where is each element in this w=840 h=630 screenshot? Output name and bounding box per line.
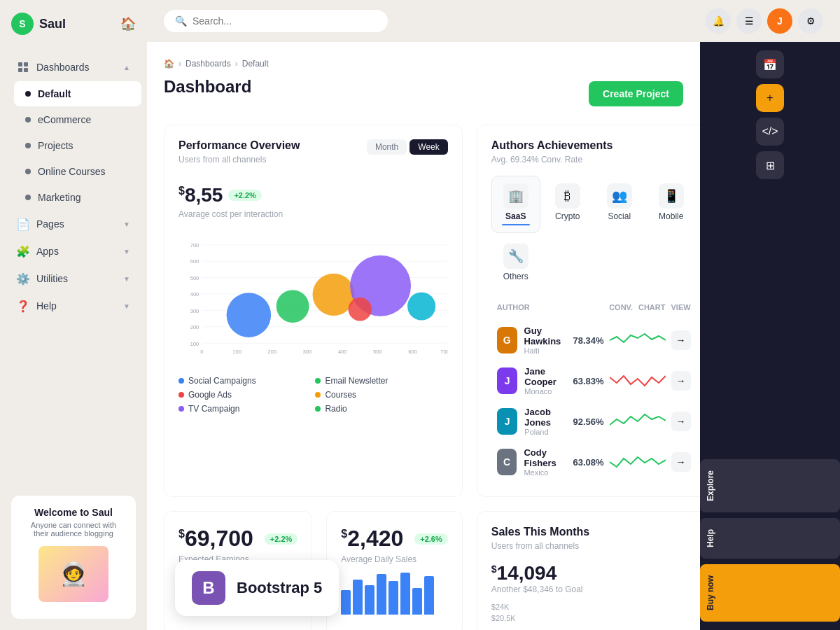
svg-text:200: 200 — [190, 324, 200, 330]
tab-mobile[interactable]: 📱 Mobile — [647, 176, 696, 233]
tab-social[interactable]: 👥 Social — [595, 176, 644, 233]
price-label: Avarage cost per interaction — [178, 209, 448, 219]
svg-rect-1 — [24, 62, 28, 66]
tab-underline-saas — [502, 224, 530, 225]
bubble-radio — [407, 292, 435, 320]
sidebar-item-default-label: Default — [38, 88, 71, 99]
calendar-icon[interactable]: 📅 — [756, 50, 784, 78]
utilities-icon: ⚙️ — [17, 272, 29, 285]
breadcrumb-sep-2: › — [235, 59, 238, 69]
settings-icon[interactable]: ⚙ — [798, 8, 823, 34]
plus-icon[interactable]: + — [756, 84, 784, 112]
author-country-2: Monaco — [524, 387, 567, 396]
welcome-title: Welcome to Saul — [22, 507, 125, 518]
sidebar-item-dashboards[interactable]: Dashboards ▲ — [6, 54, 141, 80]
svg-text:500: 500 — [373, 349, 382, 355]
bar-5 — [388, 581, 398, 615]
apps-icon: 🧩 — [17, 245, 29, 258]
col-author: AUTHOR — [497, 303, 603, 312]
buy-now-button[interactable]: Buy now — [700, 564, 840, 622]
sidebar-item-online-courses[interactable]: Online Courses — [14, 159, 141, 184]
sidebar-item-marketing[interactable]: Marketing — [14, 185, 141, 210]
chevron-down-apps-icon: ▼ — [123, 248, 130, 255]
search-box[interactable]: 🔍 — [164, 10, 388, 32]
help-button[interactable]: Help — [700, 518, 840, 559]
sidebar-footer: Welcome to Saul Anyone can connect with … — [0, 484, 147, 630]
tab-saas[interactable]: 🏢 SaaS — [491, 176, 540, 233]
sidebar-item-apps[interactable]: 🧩 Apps ▼ — [6, 238, 141, 265]
view-btn-4[interactable]: → — [671, 452, 691, 472]
sales-title: Sales This Months — [491, 526, 696, 538]
legend-radio-label: Radio — [325, 404, 346, 414]
sidebar-item-help[interactable]: ❓ Help ▼ — [6, 293, 141, 319]
col-conv: CONV. — [609, 303, 633, 312]
legend-google: Google Ads — [178, 390, 311, 400]
svg-text:400: 400 — [190, 291, 200, 298]
week-toggle-button[interactable]: Week — [410, 139, 447, 155]
sidebar-item-projects[interactable]: Projects — [14, 133, 141, 158]
search-input[interactable] — [192, 15, 377, 27]
sidebar-item-utilities-label: Utilities — [36, 273, 68, 284]
view-btn-3[interactable]: → — [671, 412, 691, 431]
author-name-4: Cody Fishers — [524, 447, 567, 468]
sidebar-item-ecommerce[interactable]: eCommerce — [14, 107, 141, 132]
performance-subtitle: Users from all channels — [178, 155, 300, 164]
sidebar-item-pages[interactable]: 📄 Pages ▼ — [6, 211, 141, 237]
breadcrumb-dashboards[interactable]: Dashboards — [186, 59, 231, 69]
legend-tv: TV Campaign — [178, 404, 311, 414]
month-toggle-button[interactable]: Month — [367, 139, 407, 155]
sales-card: Sales This Months Users from all channel… — [477, 511, 700, 630]
home-icon: 🏠 — [164, 59, 174, 69]
breadcrumb: 🏠 › Dashboards › Default — [164, 59, 683, 69]
performance-title: Performance Overview — [178, 139, 300, 152]
tab-crypto-label: Crypto — [555, 211, 580, 221]
legend-courses-label: Courses — [325, 390, 356, 400]
create-project-button[interactable]: Create Project — [589, 81, 683, 106]
menu-icon[interactable]: ☰ — [736, 8, 762, 34]
tab-others-label: Others — [503, 272, 528, 281]
daily-bar-chart — [341, 573, 447, 615]
conv-rate-2: 63.83% — [573, 376, 604, 386]
sidebar-item-marketing-label: Marketing — [38, 192, 80, 203]
tab-others[interactable]: 🔧 Others — [491, 236, 540, 289]
bubble-email — [276, 290, 309, 323]
daily-badge: +2.6% — [414, 533, 448, 545]
bar-3 — [365, 585, 374, 615]
view-btn-2[interactable]: → — [671, 371, 691, 391]
author-avatar-1: G — [497, 327, 517, 354]
search-icon: 🔍 — [175, 15, 187, 27]
tab-social-label: Social — [608, 211, 631, 221]
author-info-3: J Jacob Jones Poland — [497, 407, 568, 436]
chevron-down-pages-icon: ▼ — [123, 220, 130, 228]
sidebar: S Saul 🏠 Dashboards ▲ Default — [0, 0, 147, 630]
view-btn-1[interactable]: → — [671, 330, 691, 350]
sidebar-item-utilities[interactable]: ⚙️ Utilities ▼ — [6, 265, 141, 292]
welcome-subtitle: Anyone can connect with their audience b… — [22, 521, 125, 538]
authors-title: Authors Achievements — [491, 139, 696, 152]
breadcrumb-sep-1: › — [178, 59, 181, 69]
explore-button[interactable]: Explore — [700, 459, 840, 512]
tab-crypto[interactable]: ₿ Crypto — [543, 176, 592, 233]
chart-legend: Social Campaigns Email Newsletter Google… — [178, 376, 448, 414]
pages-icon: 📄 — [17, 218, 29, 230]
main: 🔍 🔔 ☰ J ⚙ 🏠 › Dashboards › Default Das — [147, 0, 840, 630]
sidebar-item-default[interactable]: Default — [14, 81, 141, 106]
mini-chart-3 — [610, 411, 666, 432]
notification-icon[interactable]: 🔔 — [706, 8, 731, 34]
svg-text:500: 500 — [190, 275, 200, 281]
grid-right-icon[interactable]: ⊞ — [756, 151, 784, 179]
period-toggle: Month Week — [367, 139, 448, 155]
daily-label: Average Daily Sales — [341, 554, 447, 564]
author-country-4: Mexico — [524, 468, 567, 477]
svg-text:600: 600 — [190, 258, 200, 265]
author-info-4: C Cody Fishers Mexico — [497, 447, 568, 477]
code-icon[interactable]: </> — [756, 118, 784, 146]
bubble-chart-svg: 700 600 500 400 300 200 100 0 100 200 30… — [178, 227, 448, 368]
legend-tv-label: TV Campaign — [188, 404, 239, 414]
sales-y-label-1: $24K — [491, 603, 696, 611]
nav-dot-marketing — [25, 195, 31, 200]
mobile-icon: 📱 — [659, 183, 684, 209]
bootstrap-badge: B Bootstrap 5 — [175, 560, 339, 616]
user-avatar[interactable]: J — [767, 8, 792, 34]
legend-dot-email — [315, 378, 321, 384]
